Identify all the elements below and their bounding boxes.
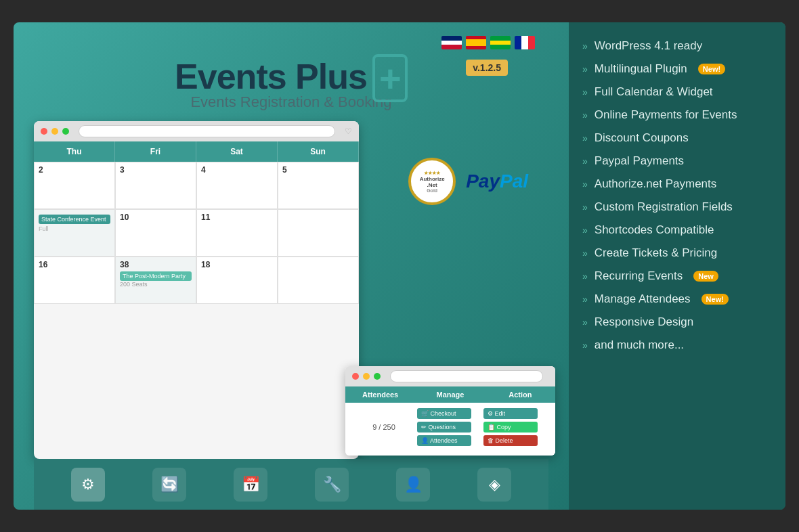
bullet-13: » (582, 317, 588, 328)
cal-cell-11: 11 (196, 209, 278, 257)
main-container: v.1.2.5 Events Plus Events Registration … (14, 22, 785, 510)
cal-cell-event2[interactable]: 38 The Post-Modern Party 200 Seats (115, 257, 196, 304)
dot-red[interactable] (41, 128, 47, 135)
cal-day-fri: Fri (115, 141, 196, 162)
cal-cell-16: 16 (34, 257, 115, 304)
feature-text-1: WordPress 4.1 ready (595, 39, 702, 53)
feature-text-11: Recurring Events (595, 269, 683, 283)
paypal-logo: PayPal (466, 171, 528, 192)
col-action: Action (485, 391, 555, 399)
feature-text-6: Paypal Payments (595, 154, 684, 168)
attendees-button[interactable]: 👤 Attendees (417, 435, 471, 446)
cal-row-3: 16 38 The Post-Modern Party 200 Seats 18 (34, 257, 359, 304)
event-block-1: State Conference Event (39, 215, 110, 224)
toolbar-diamond[interactable]: ◈ (477, 468, 511, 502)
toolbar-user[interactable]: 👤 (396, 468, 430, 502)
feature-more: » and much more... (582, 335, 772, 355)
toolbar-settings[interactable]: ⚙ (71, 468, 105, 502)
feature-text-3: Full Calendar & Widget (595, 85, 713, 99)
feature-responsive: » Responsive Design (582, 312, 772, 332)
event-full-1: Full (39, 225, 110, 232)
feature-tickets: » Create Tickets & Pricing (582, 243, 772, 263)
feature-payments: » Online Payments for Events (582, 105, 772, 125)
cal-row-2: State Conference Event Full 10 11 (34, 209, 359, 257)
sub-dot-red[interactable] (352, 373, 359, 380)
calendar-window: ♡ Thu Fri Sat Sun 2 3 4 5 (34, 121, 359, 459)
brand-name-text: Events Plus (175, 56, 367, 97)
feature-wordpress: » WordPress 4.1 ready (582, 36, 772, 56)
cal-cell-event1[interactable]: State Conference Event Full (34, 209, 115, 257)
window-titlebar: ♡ (34, 121, 359, 141)
feature-recurring: » Recurring Events New (582, 266, 772, 286)
flag-row (34, 36, 535, 49)
bullet-4: » (582, 110, 588, 120)
sub-address-bar[interactable] (390, 370, 543, 382)
bullet-7: » (582, 179, 588, 190)
bottom-toolbar: ⚙ 🔄 📅 🔧 👤 ◈ (34, 459, 548, 510)
sub-window: Attendees Manage Action 9 / 250 🛒 Checko… (345, 366, 555, 456)
questions-button[interactable]: ✏ Questions (417, 422, 471, 433)
bullet-1: » (582, 41, 588, 51)
sub-table-header: Attendees Manage Action (345, 386, 555, 403)
cal-cell-2: 2 (34, 162, 115, 209)
manage-buttons: 🛒 Checkout ✏ Questions 👤 Attendees (417, 408, 483, 446)
feature-attendees: » Manage Attendees New! (582, 289, 772, 309)
payment-logos: ★★★★ Authorize .Net Gold PayPal (408, 158, 528, 205)
cal-cell-5: 5 (278, 162, 359, 209)
feature-paypal: » Paypal Payments (582, 151, 772, 171)
cal-day-thu: Thu (34, 141, 115, 162)
bullet-8: » (582, 202, 588, 213)
dot-yellow[interactable] (51, 128, 58, 135)
feature-text-14: and much more... (595, 338, 684, 352)
bullet-14: » (582, 340, 588, 351)
event-block-2: The Post-Modern Party (120, 271, 192, 281)
cal-day-sat: Sat (196, 141, 278, 162)
bullet-3: » (582, 87, 588, 97)
cal-day-sun: Sun (278, 141, 359, 162)
action-buttons: ⚙ Edit 📋 Copy 🗑 Delete (483, 408, 550, 446)
heart-icon: ♡ (345, 127, 352, 136)
bullet-10: » (582, 248, 588, 259)
checkout-button[interactable]: 🛒 Checkout (417, 408, 471, 419)
cal-cell-3: 3 (115, 162, 196, 209)
toolbar-refresh[interactable]: 🔄 (152, 468, 186, 502)
feature-multilingual: » Multilingual Plugin New! (582, 59, 772, 79)
feature-text-2: Multilingual Plugin (595, 62, 687, 76)
calendar-container: ♡ Thu Fri Sat Sun 2 3 4 5 (34, 121, 548, 459)
attendee-count: 9 / 250 (351, 423, 417, 431)
feature-text-4: Online Payments for Events (595, 108, 737, 122)
cal-cell-4: 4 (196, 162, 278, 209)
cal-row-1: 2 3 4 5 (34, 162, 359, 209)
cal-cell-empty2 (278, 257, 359, 304)
dot-green[interactable] (62, 128, 69, 135)
edit-button[interactable]: ⚙ Edit (483, 408, 538, 419)
feature-text-7: Authorize.net Payments (595, 177, 716, 191)
sub-titlebar (345, 366, 555, 386)
feature-calendar: » Full Calendar & Widget (582, 82, 772, 102)
authorize-badge: ★★★★ Authorize .Net Gold (408, 158, 456, 205)
version-badge: v.1.2.5 (466, 60, 508, 76)
sub-data-row: 9 / 250 🛒 Checkout ✏ Questions 👤 Attende… (351, 408, 550, 446)
feature-text-5: Discount Coupons (595, 131, 689, 145)
new-badge-multilingual: New! (698, 64, 725, 74)
col-manage: Manage (415, 391, 485, 399)
sub-dot-green[interactable] (374, 373, 381, 380)
feature-text-10: Create Tickets & Pricing (595, 246, 717, 260)
delete-button[interactable]: 🗑 Delete (483, 435, 538, 446)
sub-dot-yellow[interactable] (363, 373, 370, 380)
toolbar-calendar[interactable]: 📅 (234, 468, 267, 502)
copy-button[interactable]: 📋 Copy (483, 422, 538, 433)
feature-coupons: » Discount Coupons (582, 128, 772, 148)
flag-fr[interactable] (515, 36, 535, 49)
flag-br[interactable] (490, 36, 511, 49)
flag-uk[interactable] (441, 36, 462, 49)
toolbar-tools[interactable]: 🔧 (315, 468, 349, 502)
seats-text: 200 Seats (120, 281, 192, 288)
plus-icon (372, 59, 408, 94)
address-bar[interactable] (79, 125, 335, 137)
new-badge-attendees: New! (701, 294, 729, 305)
flag-es[interactable] (466, 36, 486, 49)
feature-text-8: Custom Registration Fields (595, 200, 733, 214)
feature-text-9: Shortcodes Compatible (595, 223, 714, 237)
bullet-9: » (582, 225, 588, 236)
